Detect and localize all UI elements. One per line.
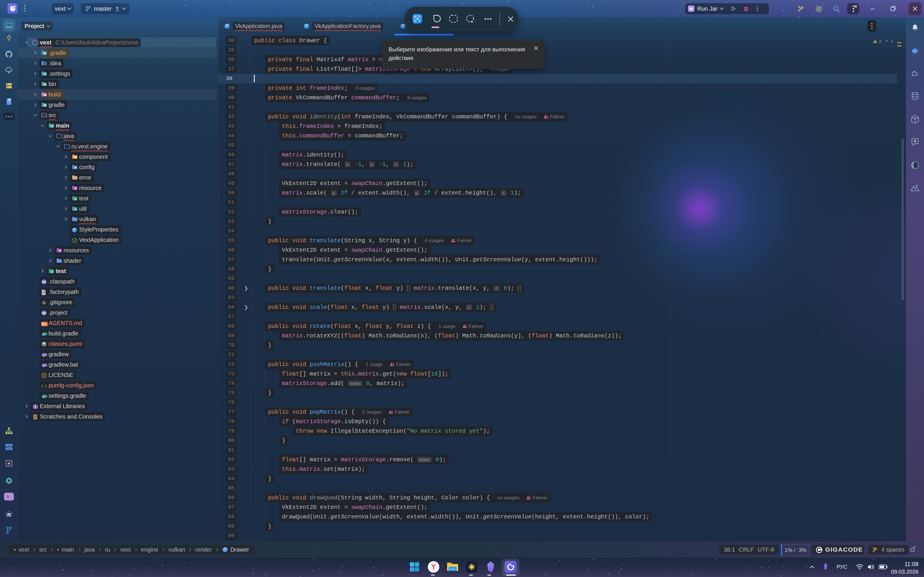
svg-text:m: m xyxy=(914,117,916,119)
svg-text:</>: </> xyxy=(42,114,46,118)
svg-text:IJ: IJ xyxy=(44,63,46,64)
svg-text:C: C xyxy=(43,374,45,377)
svg-text:{··}: {··} xyxy=(42,384,47,388)
svg-text:ML: ML xyxy=(43,344,45,346)
